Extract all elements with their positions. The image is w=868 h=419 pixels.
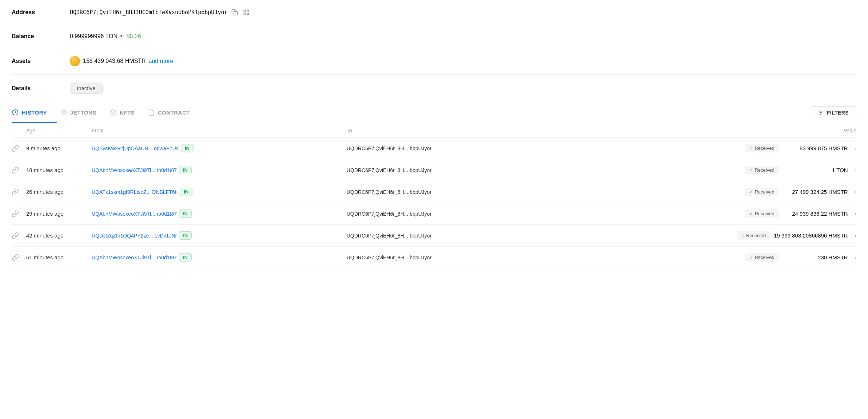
value-cell: ✓ Received 19 999 808.20866896 HMSTR › [601, 231, 856, 240]
tab-jettons-label: JETTONS [70, 109, 96, 116]
table-row: 9 minutes ago UQBysKw2y2jUpOAaUN... odwa… [12, 137, 856, 159]
history-icon [12, 109, 19, 116]
col-age: Age [26, 128, 92, 133]
value-amount: 83 999 875 HMSTR [783, 145, 848, 151]
from-address-link[interactable]: UQAbhMWosoxeoXTJi9Tl... ro0d1t87 [92, 255, 177, 260]
balance-row: Balance 0.999999996 TON ≈ $5.26 [12, 25, 856, 48]
col-icon [12, 128, 26, 133]
from-address-link[interactable]: UQDJIZqZfh1OQ4PY2ze... LvDv1JNr [92, 233, 177, 239]
qr-icon[interactable] [242, 8, 251, 17]
to-cell: UQDRC6P7jQviEH6r_8H... bbpUJyor [347, 255, 602, 260]
age-cell: 51 minutes ago [26, 254, 92, 260]
and-more-link[interactable]: and more [149, 58, 174, 64]
value-amount: 1 TON [783, 167, 848, 173]
tab-nfts-label: NFTS [120, 109, 135, 116]
svg-rect-10 [248, 14, 249, 15]
expand-chevron[interactable]: › [855, 167, 856, 173]
history-table: Age From To Value 9 minutes ago UQBysKw2… [0, 123, 868, 268]
status-badge: Inactive [70, 83, 103, 94]
copy-icon[interactable] [230, 8, 239, 17]
from-address-link[interactable]: UQATx1sxm1gf9RLtsoZ... DNBLFT6h [92, 189, 178, 195]
col-value: Value [601, 128, 856, 133]
balance-usd: $5.26 [127, 33, 141, 40]
hmstr-icon [70, 56, 80, 66]
direction-badge: IN [179, 253, 192, 262]
chain-link-icon [12, 145, 26, 152]
from-address-link[interactable]: UQAbhMWosoxeoXTJi9Tl... ro0d1t87 [92, 167, 177, 173]
check-icon: ✓ [749, 168, 753, 173]
value-amount: 27 499 324.25 HMSTR [783, 189, 848, 195]
direction-badge: IN [179, 210, 192, 218]
check-icon: ✓ [749, 146, 753, 151]
address-text: UQDRC6P7jQviEH6r_8HJ3UCOmTcfwXVxuUboPKTp… [70, 9, 227, 16]
tabs-bar: HISTORY JETTONS NFTS CONTRACT FILTERS [0, 102, 868, 123]
filters-label: FILTERS [827, 110, 849, 116]
table-row: 51 minutes ago UQAbhMWosoxeoXTJi9Tl... r… [12, 247, 856, 268]
tab-nfts[interactable]: NFTS [110, 102, 145, 123]
table-body: 9 minutes ago UQBysKw2y2jUpOAaUN... odwa… [12, 137, 856, 268]
svg-rect-7 [247, 13, 248, 14]
value-amount: 24 939 836.22 HMSTR [783, 211, 848, 217]
expand-chevron[interactable]: › [855, 211, 856, 217]
age-cell: 18 minutes ago [26, 167, 92, 173]
value-cell: ✓ Received 83 999 875 HMSTR › [601, 144, 856, 152]
from-cell: UQATx1sxm1gf9RLtsoZ... DNBLFT6h IN [92, 188, 347, 196]
svg-rect-5 [247, 11, 248, 11]
tab-history-label: HISTORY [22, 109, 47, 116]
table-header: Age From To Value [12, 123, 856, 137]
col-to: To [347, 128, 602, 133]
value-cell: ✓ Received 230 HMSTR › [601, 253, 856, 262]
received-label: ✓ Received [737, 231, 770, 240]
check-icon: ✓ [741, 233, 745, 238]
received-label: ✓ Received [745, 210, 779, 218]
expand-chevron[interactable]: › [855, 232, 856, 239]
received-label: ✓ Received [745, 253, 779, 262]
received-label: ✓ Received [745, 166, 779, 174]
contract-icon [148, 109, 155, 116]
tab-jettons[interactable]: JETTONS [60, 102, 107, 123]
assets-row: Assets 156 439 043.68 HMSTR and more [12, 48, 856, 75]
table-row: 18 minutes ago UQAbhMWosoxeoXTJi9Tl... r… [12, 159, 856, 181]
table-row: 42 minutes ago UQDJIZqZfh1OQ4PY2ze... Lv… [12, 225, 856, 247]
address-label: Address [12, 9, 70, 16]
svg-rect-6 [244, 13, 245, 14]
balance-value: 0.999999996 TON ≈ $5.26 [70, 33, 141, 40]
from-cell: UQDJIZqZfh1OQ4PY2ze... LvDv1JNr IN [92, 231, 347, 240]
col-from: From [92, 128, 347, 133]
from-cell: UQAbhMWosoxeoXTJi9Tl... ro0d1t87 IN [92, 253, 347, 262]
svg-rect-4 [244, 11, 245, 11]
details-row: Details Inactive [12, 75, 856, 102]
address-value: UQDRC6P7jQviEH6r_8HJ3UCOmTcfwXVxuUboPKTp… [70, 8, 251, 17]
from-address-link[interactable]: UQBysKw2y2jUpOAaUN... odwaP7Uv [92, 145, 179, 151]
assets-label: Assets [12, 58, 70, 64]
tab-history[interactable]: HISTORY [12, 102, 57, 123]
filters-button[interactable]: FILTERS [810, 106, 856, 119]
balance-ton: 0.999999996 TON [70, 33, 118, 40]
nfts-icon [110, 109, 117, 116]
details-label: Details [12, 85, 70, 92]
chain-link-icon [12, 188, 26, 196]
expand-chevron[interactable]: › [855, 189, 856, 195]
age-cell: 26 minutes ago [26, 189, 92, 195]
to-cell: UQDRC6P7jQviEH6r_8H... bbpUJyor [347, 189, 602, 195]
received-label: ✓ Received [745, 144, 779, 152]
jettons-icon [60, 109, 67, 116]
filters-icon [817, 109, 824, 116]
expand-chevron[interactable]: › [855, 254, 856, 261]
svg-rect-0 [234, 12, 238, 15]
svg-rect-9 [247, 14, 248, 15]
direction-badge: IN [180, 188, 192, 196]
table-row: 26 minutes ago UQATx1sxm1gf9RLtsoZ... DN… [12, 181, 856, 203]
expand-chevron[interactable]: › [855, 145, 856, 152]
chain-link-icon [12, 254, 26, 261]
from-address-link[interactable]: UQAbhMWosoxeoXTJi9Tl... ro0d1t87 [92, 211, 177, 217]
svg-point-12 [61, 110, 67, 115]
age-cell: 29 minutes ago [26, 211, 92, 217]
direction-badge: IN [179, 166, 192, 174]
from-cell: UQBysKw2y2jUpOAaUN... odwaP7Uv IN [92, 144, 347, 152]
to-cell: UQDRC6P7jQviEH6r_8H... bbpUJyor [347, 145, 602, 151]
value-cell: ✓ Received 27 499 324.25 HMSTR › [601, 188, 856, 196]
value-amount: 230 HMSTR [783, 254, 848, 260]
tab-contract[interactable]: CONTRACT [148, 102, 200, 123]
direction-badge: IN [179, 231, 192, 240]
